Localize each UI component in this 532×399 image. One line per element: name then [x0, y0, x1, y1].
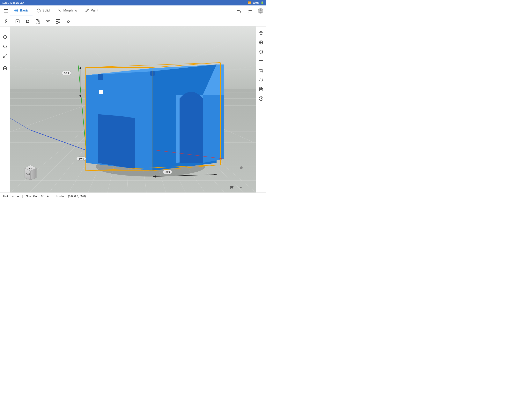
layers-button[interactable]: [257, 48, 266, 56]
status-bar-left: 19:51 Mon 29 Jan: [2, 1, 24, 4]
tab-basic[interactable]: Basic: [10, 6, 32, 16]
scale-tool[interactable]: [1, 51, 9, 60]
status-bar-right: 📶 100% 🔋: [248, 1, 264, 4]
move-tool[interactable]: [1, 33, 9, 41]
tab-solid[interactable]: Solid: [32, 6, 54, 16]
morphing-icon: [57, 8, 62, 13]
svg-rect-21: [56, 19, 58, 21]
tab-solid-label: Solid: [42, 9, 50, 13]
snap-grid-section: Snap Grid: 0.1: [26, 195, 49, 198]
time: 19:51: [2, 1, 9, 4]
unit-section: Unit: mm: [3, 195, 19, 198]
svg-rect-18: [46, 21, 48, 22]
tab-morphing[interactable]: Morphing: [54, 6, 81, 16]
help-button[interactable]: [257, 94, 266, 103]
status-bar: 19:51 Mon 29 Jan 📶 100% 🔋: [0, 0, 266, 6]
object-info-button[interactable]: [257, 85, 266, 94]
svg-point-115: [232, 187, 233, 188]
svg-rect-16: [36, 19, 40, 23]
perspective-button[interactable]: [257, 38, 266, 47]
battery: 100%: [253, 1, 259, 4]
basic-icon: [14, 8, 18, 13]
battery-icon: 🔋: [260, 1, 264, 4]
svg-text:Top: Top: [29, 167, 32, 169]
cube-view-button[interactable]: [257, 29, 266, 37]
transform-tool[interactable]: [23, 17, 32, 26]
notification-button[interactable]: [257, 76, 266, 84]
ruler-button[interactable]: [257, 57, 266, 65]
snap-grid-label: Snap Grid:: [26, 195, 39, 198]
svg-point-15: [26, 22, 27, 23]
tab-paint-label: Paint: [91, 9, 98, 13]
depth-value: 60.0: [79, 157, 84, 160]
svg-point-3: [85, 11, 86, 12]
nav-right: [235, 7, 265, 15]
view-cube[interactable]: Top Front: [21, 163, 40, 183]
tab-basic-label: Basic: [20, 9, 29, 13]
left-sidebar: [0, 26, 10, 193]
svg-rect-88: [98, 74, 103, 80]
viewport-svg: [10, 26, 256, 193]
add-tool[interactable]: [13, 17, 22, 26]
svg-rect-23: [56, 22, 58, 23]
redo-button[interactable]: [246, 7, 253, 15]
right-sidebar: [256, 26, 266, 193]
date: Mon 29 Jan: [10, 1, 24, 4]
svg-line-31: [6, 54, 7, 55]
measurement-dot: [240, 166, 243, 169]
chevron-up-icon[interactable]: [237, 184, 244, 191]
bottom-bar: Unit: mm | Snap Grid: 0.1 | Position: (0…: [0, 193, 266, 200]
wifi-icon: 📶: [248, 1, 251, 4]
undo-button[interactable]: [235, 7, 243, 15]
height-value: 59.4: [64, 71, 69, 74]
svg-marker-86: [98, 114, 121, 167]
svg-marker-87: [121, 116, 135, 169]
svg-point-12: [26, 20, 27, 21]
svg-marker-2: [37, 9, 40, 12]
layers-tool[interactable]: [3, 17, 12, 26]
svg-marker-92: [203, 95, 224, 163]
unit-label: Unit:: [3, 195, 9, 198]
rotate-tool[interactable]: [1, 42, 9, 51]
tab-paint[interactable]: Paint: [81, 6, 102, 16]
top-nav: Basic Solid Morphing: [0, 6, 266, 16]
width-value: 80.0: [165, 170, 170, 173]
svg-rect-90: [99, 90, 103, 94]
toolbar: [0, 16, 266, 26]
select-tool[interactable]: [33, 17, 42, 26]
profile-button[interactable]: [257, 7, 265, 15]
svg-rect-17: [37, 21, 38, 22]
svg-marker-123: [259, 50, 263, 52]
svg-point-26: [67, 21, 69, 22]
separator-2: |: [52, 195, 53, 198]
svg-point-5: [260, 9, 261, 11]
snap-up-arrow[interactable]: [47, 195, 49, 197]
delete-tool[interactable]: [1, 64, 9, 72]
position-section: Position: (0.0, 0.3, 30.0): [56, 195, 86, 198]
svg-point-14: [28, 22, 29, 23]
svg-rect-89: [150, 71, 155, 76]
fullscreen-button[interactable]: [220, 184, 227, 191]
unit-up-arrow[interactable]: [17, 195, 19, 197]
position-value: (0.0, 0.3, 30.0): [68, 195, 86, 198]
svg-point-13: [28, 20, 29, 21]
group-tool[interactable]: [44, 17, 52, 26]
svg-text:Front: Front: [25, 173, 30, 175]
camera-tool[interactable]: [64, 17, 72, 26]
crop-button[interactable]: [257, 66, 266, 75]
svg-rect-19: [48, 21, 50, 22]
svg-rect-22: [58, 19, 60, 21]
camera-view-button[interactable]: [229, 184, 236, 191]
nav-tabs: Basic Solid Morphing: [10, 6, 235, 16]
menu-line-1: [4, 9, 8, 10]
dimension-depth: 60.0: [77, 156, 86, 161]
menu-line-3: [4, 12, 8, 13]
menu-button[interactable]: [1, 7, 10, 15]
object-props-tool[interactable]: [54, 17, 62, 26]
dimension-width: 80.0: [163, 170, 172, 174]
viewport-bottom-icons: [220, 184, 244, 191]
svg-rect-6: [6, 20, 7, 21]
position-label: Position:: [56, 195, 66, 198]
main-area: 59.4 60.0 80.0: [0, 26, 266, 193]
viewport[interactable]: 59.4 60.0 80.0: [10, 26, 256, 193]
